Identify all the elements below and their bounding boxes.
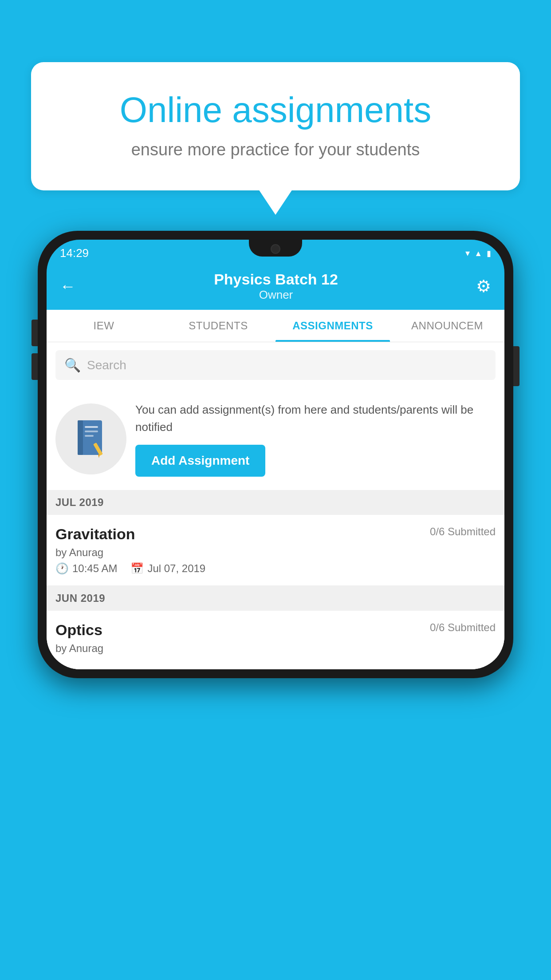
volume-up-button[interactable]	[31, 320, 38, 346]
optics-author: by Anurag	[55, 642, 496, 655]
assignment-name: Gravitation	[55, 526, 135, 543]
wifi-icon	[465, 247, 470, 259]
assignment-item-optics[interactable]: Optics 0/6 Submitted by Anurag	[47, 611, 504, 669]
svg-rect-4	[85, 435, 94, 437]
promo-text-area: You can add assignment(s) from here and …	[135, 401, 496, 477]
settings-gear-icon[interactable]: ⚙	[476, 277, 491, 296]
phone-wrapper: 14:29 ← Physics Batch 12 Owner ⚙ IEW	[38, 231, 513, 678]
notebook-icon	[73, 418, 109, 460]
signal-icon	[474, 247, 482, 259]
svg-marker-6	[98, 454, 100, 458]
promo-description: You can add assignment(s) from here and …	[135, 401, 496, 436]
power-button[interactable]	[513, 346, 520, 386]
status-time: 14:29	[60, 246, 89, 260]
svg-rect-1	[78, 420, 83, 455]
search-placeholder: Search	[87, 358, 126, 372]
volume-down-button[interactable]	[31, 353, 38, 380]
tab-assignments[interactable]: ASSIGNMENTS	[276, 310, 390, 342]
phone-screen: 14:29 ← Physics Batch 12 Owner ⚙ IEW	[47, 240, 504, 669]
content-area: 🔍 Search	[47, 342, 504, 669]
speech-bubble: Online assignments ensure more practice …	[31, 62, 520, 190]
status-icons	[465, 247, 491, 259]
svg-rect-2	[85, 426, 98, 428]
header-title: Physics Batch 12	[214, 271, 338, 288]
optics-submitted: 0/6 Submitted	[430, 621, 496, 634]
search-icon: 🔍	[64, 357, 81, 373]
search-container: 🔍 Search	[47, 342, 504, 388]
calendar-icon: 📅	[130, 562, 144, 575]
bubble-subtitle: ensure more practice for your students	[62, 140, 489, 159]
tab-announcements[interactable]: ANNOUNCEM	[390, 310, 504, 342]
assignment-author: by Anurag	[55, 546, 496, 559]
phone-notch	[249, 240, 302, 257]
volume-buttons	[31, 320, 38, 380]
assignment-item-gravitation[interactable]: Gravitation 0/6 Submitted by Anurag 🕐 10…	[47, 515, 504, 586]
phone-outer: 14:29 ← Physics Batch 12 Owner ⚙ IEW	[38, 231, 513, 678]
bubble-title: Online assignments	[62, 89, 489, 131]
promo-section: You can add assignment(s) from here and …	[47, 388, 504, 490]
month-separator-jul: JUL 2019	[47, 490, 504, 515]
clock-icon: 🕐	[55, 562, 69, 575]
battery-icon	[487, 247, 491, 259]
optics-name: Optics	[55, 621, 102, 639]
assignment-time: 🕐 10:45 AM	[55, 562, 117, 575]
optics-row1: Optics 0/6 Submitted	[55, 621, 496, 639]
search-bar[interactable]: 🔍 Search	[55, 350, 496, 380]
svg-rect-3	[85, 431, 98, 432]
assignment-row1: Gravitation 0/6 Submitted	[55, 526, 496, 543]
header-subtitle: Owner	[214, 288, 338, 302]
assignment-meta: 🕐 10:45 AM 📅 Jul 07, 2019	[55, 562, 496, 575]
back-button[interactable]: ←	[60, 277, 76, 296]
app-header: ← Physics Batch 12 Owner ⚙	[47, 263, 504, 310]
tab-overview[interactable]: IEW	[47, 310, 161, 342]
add-assignment-button[interactable]: Add Assignment	[135, 445, 265, 477]
month-separator-jun: JUN 2019	[47, 586, 504, 611]
promo-icon-circle	[55, 403, 126, 474]
tab-students[interactable]: STUDENTS	[161, 310, 276, 342]
header-center: Physics Batch 12 Owner	[214, 271, 338, 302]
assignment-submitted: 0/6 Submitted	[430, 526, 496, 538]
tabs-container: IEW STUDENTS ASSIGNMENTS ANNOUNCEM	[47, 310, 504, 342]
assignment-date: 📅 Jul 07, 2019	[130, 562, 205, 575]
speech-bubble-container: Online assignments ensure more practice …	[31, 62, 520, 190]
front-camera	[271, 244, 280, 254]
